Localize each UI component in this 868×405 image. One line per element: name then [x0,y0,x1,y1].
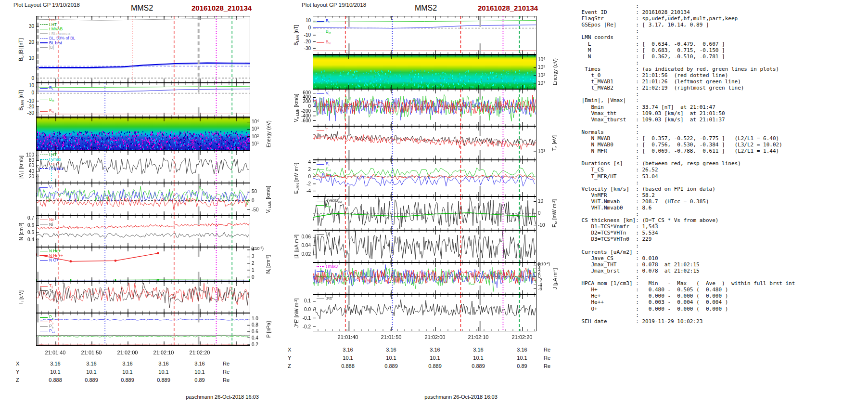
y-axis-label: BLMN [nT] [293,25,300,45]
plot-panel[interactable] [36,216,250,247]
left-plot-title: MMS2 [131,4,153,13]
position-value: 10.1 [517,355,527,361]
legend-line-sample [40,290,48,291]
legend-label: t cs [49,18,55,22]
y-tick-label: 102 [538,73,545,78]
position-value: 3.16 [158,361,168,366]
legend-line-sample [317,170,324,170]
plot-panel[interactable] [36,247,250,282]
legend-line-sample [317,32,324,32]
position-unit: Re [223,377,230,383]
left-plot-layout-label: Plot Layout GP 19/10/2018 [13,2,80,8]
position-value: 3.16 [194,361,204,366]
legend-item: t vmax [40,157,61,162]
plot-panel[interactable] [36,313,250,346]
y-axis-label: EM [mW m-2] [551,199,558,227]
legend-item: BM [40,97,54,103]
legend-line-sample [40,111,48,112]
middle-plot-title: MMS2 [415,4,437,13]
panel-plot-area [313,16,536,54]
y-axis-label: N [cm-3] [18,222,24,240]
position-unit: Re [223,361,230,366]
legend-item: JM [317,274,330,279]
legend-label: |J| [326,232,330,236]
position-value: 0.888 [49,377,62,383]
time-tick-label: 21:02:10 [468,334,489,340]
position-value: 10.1 [158,369,168,375]
panel-plot-area [37,151,250,183]
legend-item: |J| [317,232,330,236]
panel-plot-area [37,183,250,215]
y-tick-label: 0 [252,275,255,280]
position-value: 10.1 [386,355,396,361]
plot-panel[interactable] [313,230,536,262]
plot-panel[interactable] [313,196,536,230]
axis-scale-note: (x10-3) [251,246,264,251]
legend-label: J*E' [326,297,333,301]
position-row-label: Y [16,369,19,375]
legend-label: Ne [49,218,54,222]
y-tick-label: 0.6 [252,329,258,334]
legend-item: VL [317,91,330,96]
position-value: 10.1 [122,369,132,375]
position-unit: Re [544,355,550,361]
legend-label: Ptot [49,329,55,334]
plot-panel[interactable] [313,262,536,295]
legend-item: EN [317,172,331,178]
position-row-label: X [16,361,19,366]
legend-line-sample [317,201,324,201]
legend-item: BM [317,29,331,35]
y-tick-label: 0.7 [19,216,34,221]
legend-label: N O+ [49,258,59,262]
panel-plot-area [313,55,536,89]
legend-line-sample [40,251,48,251]
plot-panel[interactable] [313,16,536,54]
position-value: 3.16 [86,361,96,366]
legend-line-sample [40,164,48,164]
legend-label: t MVAB [49,27,63,31]
legend-line-sample [40,317,48,318]
legend-line-sample [40,220,48,220]
position-value: 0.889 [472,363,485,369]
y-axis-label: Ti [eV] [18,290,25,305]
y-tick-label: 101 [538,81,545,86]
legend-item: BL, 50% of BL [40,36,75,40]
y-axis-label: J [µA m-2] [552,268,558,289]
position-value: 0.89 [194,377,204,383]
legend-item: t maxJ [317,264,338,269]
legend-line-sample [40,155,48,155]
position-row-label: Y [288,355,291,361]
plot-panel[interactable] [36,16,250,83]
legend-item: Ptot [40,329,55,334]
y-axis-label: Ve LMN [km/s] [293,93,300,122]
legend-label: t HT [49,23,57,27]
position-value: 0.89 [517,363,527,369]
plot-panel[interactable] [36,117,250,151]
y-tick-label: 104 [252,119,259,124]
position-value: 0.889 [384,363,398,369]
plot-panel[interactable] [36,83,250,117]
legend-label: EM [326,203,331,209]
legend-line-sample [40,20,48,20]
plot-panel[interactable] [36,151,250,183]
legend-line-sample [317,276,324,276]
position-value: 3.16 [50,361,60,366]
middle-plot-layout-label: Plot layout GP 19/10/2018 [302,2,366,8]
legend-label: BL [326,19,330,24]
legend-label: BL brst [49,41,62,45]
y-tick-label: -10 [538,223,545,228]
plot-panel[interactable] [36,282,250,313]
position-value: 3.16 [386,347,396,353]
legend-label: VL [49,185,53,190]
plot-panel[interactable] [313,295,536,331]
position-value: 10.1 [50,369,60,375]
plot-panel[interactable] [313,126,536,160]
legend-label: BN [49,109,54,114]
plot-panel[interactable] [313,160,536,196]
plot-panel[interactable] [313,89,536,126]
legend-item: t HT [40,23,57,27]
plot-panel[interactable] [36,183,250,216]
panel-plot-area [37,314,250,345]
y-tick-label: 0 [538,211,541,216]
plot-panel[interactable] [313,54,536,89]
